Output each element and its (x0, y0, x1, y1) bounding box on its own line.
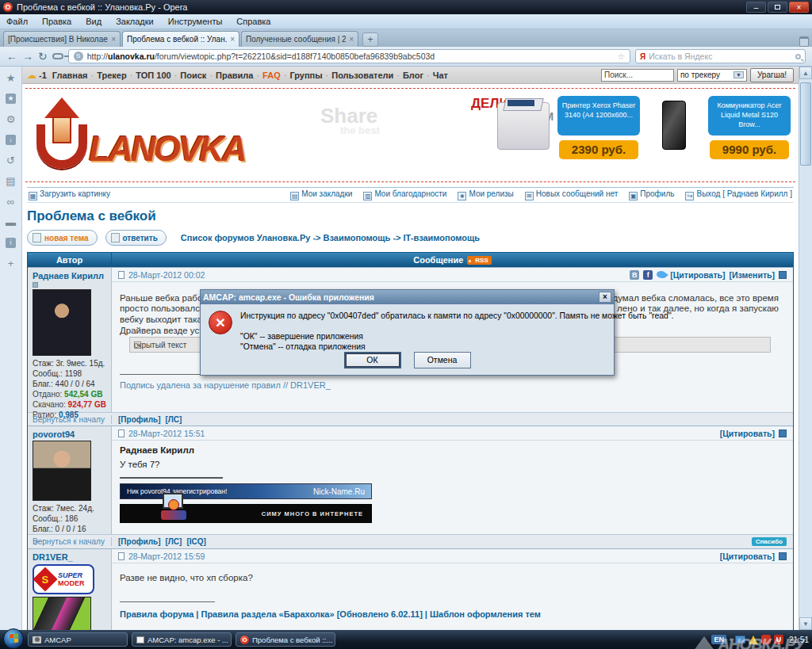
nav-rules[interactable]: Правила (216, 71, 253, 80)
thanks-button[interactable]: Спасибо (752, 537, 787, 546)
ulanovka-logo[interactable]: LANOVKA (32, 97, 245, 174)
post-anchor-icon[interactable] (779, 271, 787, 279)
post-anchor-icon[interactable] (779, 552, 787, 560)
settings-gear-icon[interactable]: ⚙ (6, 114, 16, 124)
maximize-button[interactable] (768, 2, 787, 13)
back-to-top-link[interactable]: Вернуться к началу (28, 415, 112, 424)
breadcrumb[interactable]: Список форумов Улановка.Ру -> Взаимопомо… (181, 233, 480, 242)
nav-groups[interactable]: Группы (289, 71, 322, 80)
reload-button[interactable]: ↻ (38, 51, 48, 62)
ad-item[interactable]: Коммуникатор Acer Liquid Metal S120 Brow… (708, 96, 791, 159)
menu-view[interactable]: Вид (86, 17, 102, 26)
taskbar-button-amcap[interactable]: AMCAP (28, 632, 128, 647)
downloads-panel-icon[interactable]: ↓ (6, 135, 16, 145)
cancel-button[interactable]: Отмена (414, 352, 471, 368)
nav-home[interactable]: Главная (52, 71, 88, 80)
my-bookmarks-link[interactable]: ▤Мои закладки (290, 189, 352, 200)
back-button[interactable]: ← (6, 51, 17, 62)
pm-footer-link[interactable]: [ЛС] (165, 415, 182, 424)
logout-link[interactable]: ↪Выход [ Раднаев Кирилл ] (685, 189, 792, 200)
network-tray-icon[interactable] (735, 636, 745, 643)
post2-author-name[interactable]: povorot94 (33, 429, 106, 439)
nav-chat[interactable]: Чат (433, 71, 448, 80)
vertical-scrollbar[interactable]: ▲ ▼ (799, 67, 812, 630)
ok-button[interactable]: ОК (344, 352, 401, 368)
post3-author-name[interactable]: DR1VER_ (33, 552, 106, 562)
yandex-icon[interactable]: Я (640, 52, 645, 61)
ulanovka-tray-icon[interactable]: U (774, 635, 783, 644)
address-bar[interactable]: S http://ulanovka.ru/forum/viewtopic.php… (68, 49, 630, 63)
nav-faq[interactable]: FAQ (262, 71, 281, 80)
printer-image[interactable] (497, 102, 550, 150)
bookmark-star-icon[interactable]: ☆ (617, 52, 625, 62)
forward-button[interactable]: → (22, 51, 33, 62)
tab-3[interactable]: Полученные сообщения | 2... × (241, 31, 358, 47)
scrollbar-track[interactable] (799, 79, 812, 617)
new-topic-button[interactable]: новая тема (27, 230, 98, 246)
add-panel-icon[interactable]: + (8, 258, 14, 269)
site-badge-icon[interactable]: S (74, 52, 83, 61)
nav-search[interactable]: Поиск (180, 71, 206, 80)
app-tray-icon[interactable] (761, 635, 771, 644)
ad-title[interactable]: Принтер Xerox Phaser 3140 (A4 1200x600..… (557, 96, 640, 136)
widgets-panel-icon[interactable]: ★ (6, 94, 16, 104)
icq-footer-link[interactable]: [ICQ] (186, 537, 205, 546)
notes-panel-icon[interactable]: ▤ (6, 176, 15, 186)
profile-footer-link[interactable]: [Профиль] (118, 415, 160, 424)
quote-link[interactable]: [Цитировать] (670, 270, 725, 280)
ad-item[interactable]: Принтер Xerox Phaser 3140 (A4 1200x600..… (557, 96, 640, 159)
dialog-close-button[interactable]: × (599, 292, 611, 303)
reply-button[interactable]: ответить (105, 230, 167, 246)
rss-badge[interactable]: RSS (467, 256, 491, 265)
menu-help[interactable]: Справка (236, 17, 270, 26)
minimize-button[interactable]: – (746, 2, 766, 13)
scrollbar-thumb[interactable] (800, 82, 811, 166)
search-icon[interactable] (795, 54, 801, 59)
nav-tracker[interactable]: Трекер (97, 71, 126, 80)
site-search-button[interactable]: Урагша! (750, 68, 794, 82)
close-button[interactable]: × (789, 2, 809, 13)
my-thanks-link[interactable]: ▥Мои благодарности (363, 189, 446, 200)
taskbar-button-error[interactable]: AMCAP: amcap.exe - ... (132, 632, 232, 647)
phone-image[interactable] (662, 101, 686, 150)
tab-1[interactable]: [Происшествия] В Николае... × (3, 31, 121, 47)
quote-link[interactable]: [Цитировать] (720, 552, 775, 561)
warning-tray-icon[interactable] (749, 636, 758, 644)
start-button[interactable] (3, 628, 24, 649)
info-panel-icon[interactable]: i (6, 238, 16, 248)
tab-1-close-icon[interactable]: × (108, 35, 116, 44)
dialog-titlebar[interactable]: AMCAP: amcap.exe - Ошибка приложения × (201, 290, 614, 304)
yandex-search-field[interactable]: Я Искать в Яндекс (635, 49, 806, 63)
ad-title[interactable]: Коммуникатор Acer Liquid Metal S120 Brow… (708, 96, 791, 136)
back-to-top-link[interactable]: Вернуться к началу (28, 537, 112, 546)
bookmarks-panel-icon[interactable]: ★ (6, 73, 16, 83)
search-scope-select[interactable]: по трекеру▼ (677, 69, 747, 82)
nav-blog[interactable]: Блог (403, 71, 423, 80)
nav-top100[interactable]: ТОП 100 (136, 71, 170, 80)
language-indicator[interactable]: EN (711, 635, 726, 644)
scroll-up-icon[interactable]: ▲ (799, 67, 812, 79)
tab-2-close-icon[interactable]: × (227, 35, 235, 44)
key-icon[interactable] (52, 53, 63, 59)
links-panel-icon[interactable]: ∞ (7, 197, 14, 207)
windows-panel-icon[interactable]: ▬ (6, 217, 16, 227)
edit-link[interactable]: [Изменить] (730, 270, 776, 280)
twitter-share-icon[interactable] (657, 271, 666, 278)
no-new-messages-link[interactable]: ✉Новых сообщений нет (525, 189, 619, 200)
tab-3-close-icon[interactable]: × (346, 35, 354, 44)
post3-signature[interactable]: Правила форума | Правила раздела «Барахо… (120, 609, 541, 619)
pm-footer-link[interactable]: [ЛС] (165, 537, 182, 546)
taskbar-button-opera[interactable]: OПроблема с вебкой ::... (236, 632, 335, 647)
tray-expand-icon[interactable]: ‹ (730, 636, 732, 643)
post1-author-name[interactable]: Раднаев Кирилл (33, 271, 106, 281)
site-search-input[interactable] (601, 69, 674, 82)
facebook-share-icon[interactable]: f (643, 270, 653, 280)
nav-users[interactable]: Пользователи (331, 71, 393, 80)
post-anchor-icon[interactable] (779, 429, 787, 437)
closed-tabs-trash-icon[interactable] (799, 36, 809, 47)
my-releases-link[interactable]: ★Мои релизы (458, 189, 513, 200)
new-tab-button[interactable]: + (362, 32, 378, 47)
tab-2-active[interactable]: Проблема с вебкой :: Улан... × (122, 31, 239, 47)
scroll-down-icon[interactable]: ▼ (799, 617, 812, 630)
menu-tools[interactable]: Инструменты (168, 17, 223, 26)
